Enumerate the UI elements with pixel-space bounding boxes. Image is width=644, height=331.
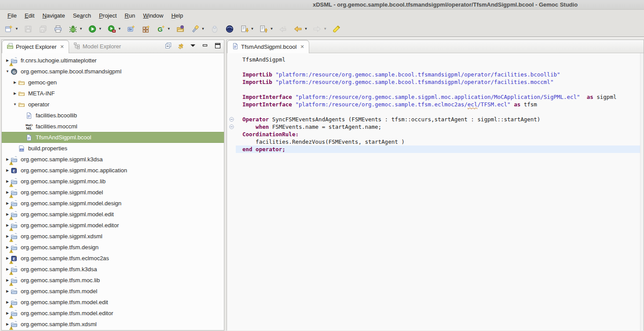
- debug-button[interactable]: [68, 24, 78, 34]
- project-icon: [11, 57, 18, 64]
- collapse-all-icon[interactable]: [165, 42, 172, 49]
- menu-search[interactable]: Search: [69, 11, 95, 21]
- tree-item-org-gemoc-sample-sigpml-moc-lib[interactable]: ▶org.gemoc.sample.sigpml.moc.lib: [2, 176, 224, 187]
- fold-collapse-icon[interactable]: [227, 116, 236, 123]
- toolbar-separator: [0, 37, 644, 39]
- warning-badge-icon: [9, 160, 13, 164]
- menu-edit[interactable]: Edit: [21, 11, 38, 21]
- previous-annotation-button[interactable]: [258, 24, 269, 34]
- menu-navigate[interactable]: Navigate: [38, 11, 69, 21]
- tree-item-facilities-moccml[interactable]: MoCCMLfacilities.moccml: [2, 121, 224, 132]
- menu-file[interactable]: File: [4, 11, 21, 21]
- project-icon: [11, 299, 18, 306]
- code-line[interactable]: Operator SyncFSMEventsAndAgents (FSMEven…: [227, 116, 644, 123]
- run-button[interactable]: [87, 24, 98, 34]
- new-diagram-button[interactable]: [141, 24, 151, 34]
- new-gemoc-project-button[interactable]: G: [156, 24, 166, 34]
- link-with-editor-icon[interactable]: [177, 42, 184, 49]
- code-line[interactable]: ImportLib "platform:/resource/org.gemoc.…: [227, 71, 644, 78]
- back-dropdown-arrow-icon[interactable]: ▼: [304, 27, 307, 31]
- search-icon: [191, 25, 199, 33]
- open-web-browser-button[interactable]: [224, 24, 235, 34]
- project-icon: [11, 178, 18, 185]
- menu-window[interactable]: Window: [139, 11, 167, 21]
- tab-model-explorer[interactable]: Model Explorer: [69, 40, 125, 53]
- open-element-button: [209, 24, 220, 34]
- next-annotation-button[interactable]: [239, 24, 250, 34]
- search-button[interactable]: [190, 24, 201, 34]
- tree-item-operator[interactable]: ▼operator: [2, 99, 224, 110]
- new-wizard-button[interactable]: [4, 24, 14, 34]
- tree-item-meta-inf[interactable]: ▶META-INF: [2, 88, 224, 99]
- back-button[interactable]: [293, 24, 303, 34]
- minimize-icon[interactable]: [202, 42, 209, 49]
- code-line[interactable]: ImportInterface "platform:/resource/org.…: [227, 101, 644, 108]
- tree-item-gemoc-gen[interactable]: ▶gemoc-gen: [2, 77, 224, 88]
- expanded-arrow-icon[interactable]: ▼: [12, 102, 18, 106]
- menu-help[interactable]: Help: [167, 11, 187, 21]
- collapsed-arrow-icon[interactable]: ▶: [12, 80, 18, 84]
- tree-item-facilities-bcoollib[interactable]: facilities.bcoollib: [2, 110, 224, 121]
- view-menu-icon[interactable]: [190, 42, 197, 49]
- tree-item-org-gemoc-sample-sigpml-k3dsa[interactable]: ▶org.gemoc.sample.sigpml.k3dsa: [2, 154, 224, 165]
- search-dropdown-arrow-icon[interactable]: ▼: [201, 27, 205, 31]
- run-external-tools-dropdown-arrow-icon[interactable]: ▼: [118, 27, 121, 31]
- maximize-icon[interactable]: [214, 42, 221, 49]
- expanded-arrow-icon[interactable]: ▼: [4, 69, 11, 73]
- tree-item-org-gemoc-sample-sigpml-model-edit[interactable]: ▶org.gemoc.sample.sigpml.model.edit: [2, 209, 224, 220]
- code-line[interactable]: [227, 86, 644, 93]
- new-gemoc-project-dropdown-arrow-icon[interactable]: ▼: [167, 27, 171, 31]
- menu-run[interactable]: Run: [121, 11, 139, 21]
- warning-badge-icon: [9, 270, 13, 274]
- new-graphiti-diagram-button[interactable]: Gr: [126, 24, 136, 34]
- run-dropdown-arrow-icon[interactable]: ▼: [99, 27, 102, 31]
- close-icon[interactable]: ✕: [300, 44, 304, 50]
- tree-item-org-gemoc-sample-tfsm-k3dsa[interactable]: ▶org.gemoc.sample.tfsm.k3dsa: [2, 264, 224, 275]
- code-line[interactable]: when FSMEvents.name = startAgent.name;: [227, 123, 644, 131]
- tree-item-org-gemoc-sample-sigpml-moc-application[interactable]: ▶Eorg.gemoc.sample.sigpml.moc.applicatio…: [2, 165, 224, 176]
- tree-item-org-gemoc-sample-tfsm-model-editor[interactable]: ▶org.gemoc.sample.tfsm.model.editor: [2, 308, 224, 319]
- tree-item-org-gemoc-sample-sigpml-model[interactable]: ▶org.gemoc.sample.sigpml.model: [2, 187, 224, 198]
- tree-item-org-gemoc-sample-tfsm-design[interactable]: ▶org.gemoc.sample.tfsm.design: [2, 242, 224, 253]
- tree-item-org-gemoc-sample-tfsm-model-edit[interactable]: ▶org.gemoc.sample.tfsm.model.edit: [2, 297, 224, 308]
- open-element-icon: [211, 25, 219, 33]
- fold-collapse-icon[interactable]: [227, 123, 236, 131]
- tree-item-org-gemoc-sample-tfsm-moc-lib[interactable]: ▶org.gemoc.sample.tfsm.moc.lib: [2, 275, 224, 286]
- tree-item-org-gemoc-sample-bcool-tfsmandsigpml[interactable]: ▼Gorg.gemoc.sample.bcool.tfsmandsigpml: [2, 66, 224, 77]
- tree-item-fr-cnrs-luchogie-ultimateplotter[interactable]: ▶fr.cnrs.luchogie.ultimateplotter: [2, 55, 224, 66]
- print-button[interactable]: [53, 24, 63, 34]
- tree-item-org-gemoc-sample-sigpml-model-design[interactable]: ▶org.gemoc.sample.sigpml.model.design: [2, 198, 224, 209]
- code-line[interactable]: ImportInterface "platform:/resource/org.…: [227, 93, 644, 101]
- code-line[interactable]: TfsmAndSigpml: [227, 56, 644, 63]
- project-icon: [11, 222, 18, 229]
- tree-item-org-gemoc-sample-sigpml-model-editor[interactable]: ▶org.gemoc.sample.sigpml.model.editor: [2, 220, 224, 231]
- toggle-highlighter-button[interactable]: [331, 24, 342, 34]
- code-line[interactable]: ImportLib "platform:/resource/org.gemoc.…: [227, 78, 644, 86]
- menu-project[interactable]: Project: [95, 11, 121, 21]
- code-line[interactable]: [227, 63, 644, 71]
- close-icon[interactable]: ✕: [60, 44, 64, 50]
- code-line[interactable]: end operator;: [227, 145, 644, 153]
- open-artifact-button[interactable]: [175, 24, 186, 34]
- code-line[interactable]: [227, 108, 644, 116]
- tree-item-org-gemoc-sample-tfsm-xdsml[interactable]: ▶org.gemoc.sample.tfsm.xdsml: [2, 319, 224, 330]
- collapsed-arrow-icon[interactable]: ▶: [12, 91, 18, 95]
- tree-item-org-gemoc-sample-tfsm-eclmoc2as[interactable]: ▶Eorg.gemoc.sample.tfsm.eclmoc2as: [2, 253, 224, 264]
- collapsed-arrow-icon[interactable]: ▶: [4, 289, 11, 293]
- next-annotation-dropdown-arrow-icon[interactable]: ▼: [251, 27, 254, 31]
- tree-item-tfsmandsigpml-bcool[interactable]: TfsmAndSigpml.bcool: [2, 132, 224, 143]
- editor-tab[interactable]: TfsmAndSigpml.bcool ✕: [227, 40, 309, 53]
- tree-item-org-gemoc-sample-sigpml-xdsml[interactable]: ▶org.gemoc.sample.sigpml.xdsml: [2, 231, 224, 242]
- tree-item-build-properties[interactable]: 010build.properties: [2, 143, 224, 154]
- code-line[interactable]: facilities.RendezVous(FSMEvents, startAg…: [227, 138, 644, 145]
- code-editor[interactable]: TfsmAndSigpmlImportLib "platform:/resour…: [227, 53, 644, 331]
- previous-annotation-dropdown-arrow-icon[interactable]: ▼: [270, 27, 273, 31]
- run-external-tools-button[interactable]: [106, 24, 117, 34]
- tree-item-org-gemoc-sample-tfsm-model[interactable]: ▶org.gemoc.sample.tfsm.model: [2, 286, 224, 297]
- code-line[interactable]: CoordinationRule:: [227, 131, 644, 138]
- debug-dropdown-arrow-icon[interactable]: ▼: [79, 27, 83, 31]
- new-wizard-dropdown-arrow-icon[interactable]: ▼: [15, 27, 18, 31]
- tab-project-explorer[interactable]: Project Explorer✕: [2, 40, 69, 53]
- editor-scrollbar[interactable]: [640, 53, 644, 331]
- collapsed-arrow-icon[interactable]: ▶: [4, 168, 11, 172]
